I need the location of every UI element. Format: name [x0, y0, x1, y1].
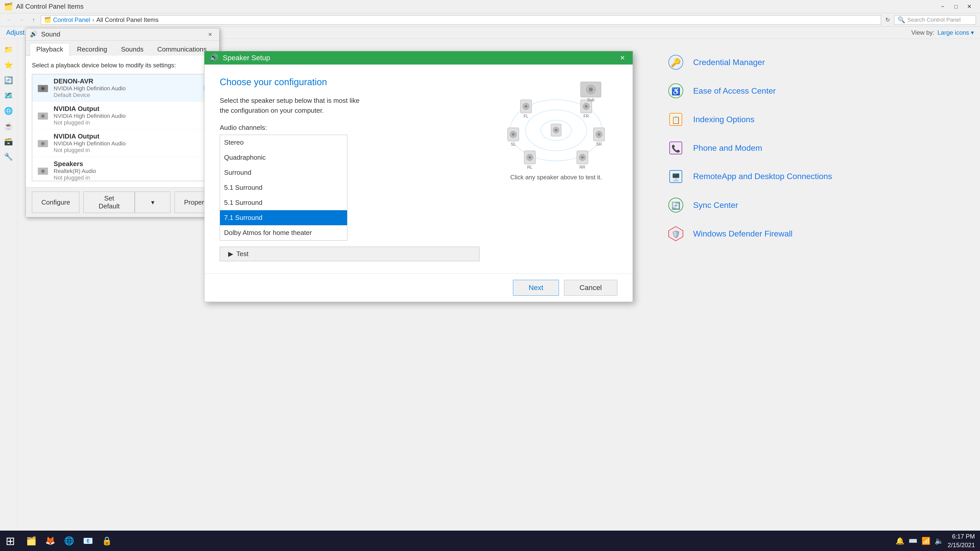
cp-item-indexing[interactable]: 📋 Indexing Options	[663, 106, 965, 133]
svg-text:♿: ♿	[671, 87, 680, 96]
taskbar-network-icon[interactable]: 📶	[921, 537, 931, 545]
svg-point-24	[42, 170, 44, 172]
address-bar[interactable]: 🗂️ Control Panel › All Control Panel Ite…	[41, 15, 881, 24]
tab-sounds[interactable]: Sounds	[115, 43, 150, 56]
cp-item-phone[interactable]: 📞 Phone and Modem	[663, 135, 965, 161]
sound-dialog-footer: Configure Set Default ▾ Properties OK Ca…	[26, 187, 219, 217]
device-status-denon: Default Device	[54, 92, 200, 98]
view-dropdown-icon: ▾	[971, 29, 974, 36]
title-bar: 🗂️ All Control Panel Items − □ ✕	[0, 0, 980, 13]
taskbar-app-browser1[interactable]: 🦊	[41, 532, 59, 550]
taskbar-time-text: 6:17 PM	[948, 532, 975, 541]
firewall-label: Windows Defender Firewall	[693, 229, 792, 238]
speaker-setup-icon: 🔊	[210, 53, 219, 62]
device-info-speakers: Speakers Realtek(R) Audio Not plugged in	[54, 160, 209, 181]
close-button[interactable]: ✕	[963, 2, 976, 11]
speaker-rl[interactable]: RL	[524, 151, 535, 168]
sidebar-item-settings[interactable]: 🔧	[2, 150, 15, 163]
taskbar-right: 🔔 ⌨️ 📶 🔈 6:17 PM 2/15/2021	[896, 530, 980, 551]
svg-point-36	[525, 105, 527, 108]
sidebar-item-folder[interactable]: 📁	[2, 43, 15, 56]
channel-quadraphonic[interactable]: Quadraphonic	[220, 150, 347, 165]
minimize-button[interactable]: −	[936, 2, 950, 11]
channel-71-surround[interactable]: 7.1 Surround	[220, 210, 347, 225]
up-button[interactable]: ↑	[29, 15, 39, 24]
device-item-denon[interactable]: DENON-AVR NVIDIA High Definition Audio D…	[32, 74, 213, 102]
sync-icon: 🔄	[667, 196, 685, 214]
phone-icon: 📞	[667, 139, 685, 157]
sidebar-item-map[interactable]: 🗺️	[2, 89, 15, 102]
sidebar-item-refresh[interactable]: 🔄	[2, 73, 15, 87]
svg-text:Sub: Sub	[587, 98, 595, 102]
sound-dialog-close[interactable]: ✕	[205, 30, 215, 38]
device-list[interactable]: DENON-AVR NVIDIA High Definition Audio D…	[32, 74, 213, 181]
forward-button[interactable]: →	[16, 15, 27, 24]
path-icon: 🗂️	[44, 17, 51, 23]
refresh-button[interactable]: ↻	[883, 15, 892, 24]
speaker-sl[interactable]: SL	[508, 128, 519, 146]
sidebar-item-files[interactable]: 🗃️	[2, 135, 15, 148]
svg-point-15	[42, 87, 44, 89]
speaker-fl[interactable]: FL	[520, 100, 531, 118]
cp-item-firewall[interactable]: 🛡️ Windows Defender Firewall	[663, 221, 965, 247]
path-part-1: Control Panel	[53, 16, 90, 24]
credential-icon: 🔑	[667, 53, 685, 71]
channel-51-surround-2[interactable]: 5.1 Surround	[220, 195, 347, 210]
test-button[interactable]: ▶ Test	[220, 247, 479, 261]
channel-51-surround-1[interactable]: 5.1 Surround	[220, 180, 347, 195]
cp-item-ease[interactable]: ♿ Ease of Access Center	[663, 78, 965, 104]
channel-dolby[interactable]: Dolby Atmos for home theater	[220, 225, 347, 240]
set-default-dropdown[interactable]: ▾	[135, 192, 170, 213]
device-item-nvidia2[interactable]: NVIDIA Output NVIDIA High Definition Aud…	[32, 129, 213, 157]
back-button[interactable]: ←	[4, 15, 14, 24]
cp-item-credential[interactable]: 🔑 Credential Manager	[663, 49, 965, 76]
tab-communications[interactable]: Communications	[151, 43, 213, 56]
path-part-2: All Control Panel Items	[96, 16, 159, 24]
search-box[interactable]: 🔍 Search Control Panel	[894, 15, 976, 24]
taskbar-app-files[interactable]: 🗂️	[22, 532, 40, 550]
speaker-sub[interactable]: Sub	[581, 82, 601, 102]
speaker-sr[interactable]: SR	[593, 128, 605, 146]
device-item-nvidia1[interactable]: NVIDIA Output NVIDIA High Definition Aud…	[32, 102, 213, 129]
device-info-denon: DENON-AVR NVIDIA High Definition Audio D…	[54, 77, 200, 98]
sidebar-item-globe[interactable]: 🌐	[2, 104, 15, 118]
svg-text:RR: RR	[579, 165, 585, 168]
speaker-fr[interactable]: FR	[581, 100, 592, 118]
cp-item-remoteapp[interactable]: 🖥️ RemoteApp and Desktop Connections	[663, 163, 965, 190]
speaker-setup-footer: Next Cancel	[204, 273, 633, 302]
start-button[interactable]: ⊞	[0, 530, 21, 551]
maximize-button[interactable]: □	[950, 2, 963, 11]
svg-text:SL: SL	[511, 142, 516, 146]
window-icon: 🗂️	[4, 2, 13, 11]
taskbar-notification-icon[interactable]: 🔔	[896, 537, 904, 545]
configure-button[interactable]: Configure	[32, 192, 80, 213]
firewall-icon: 🛡️	[667, 224, 685, 243]
device-item-speakers[interactable]: Speakers Realtek(R) Audio Not plugged in	[32, 157, 213, 181]
set-default-button[interactable]: Set Default	[83, 192, 135, 213]
speaker-rr[interactable]: RR	[577, 151, 588, 168]
taskbar-volume-icon[interactable]: 🔈	[935, 537, 943, 545]
taskbar-app-edge[interactable]: 🌐	[60, 532, 78, 550]
view-option[interactable]: Large icons ▾	[937, 29, 974, 36]
sidebar-item-star[interactable]: ⭐	[2, 58, 15, 71]
credential-label: Credential Manager	[693, 58, 765, 67]
taskbar-keyboard-icon[interactable]: ⌨️	[908, 537, 918, 545]
channel-surround[interactable]: Surround	[220, 165, 347, 180]
tab-recording[interactable]: Recording	[71, 43, 114, 56]
taskbar-app-mail[interactable]: 📧	[79, 532, 97, 550]
cp-item-sync[interactable]: 🔄 Sync Center	[663, 192, 965, 218]
tab-playback[interactable]: Playback	[30, 43, 70, 56]
speaker-next-button[interactable]: Next	[513, 280, 559, 295]
sound-dialog: 🔊 Sound ✕ Playback Recording Sounds Comm…	[25, 28, 220, 218]
device-icon-speakers	[36, 164, 49, 177]
taskbar-app-security[interactable]: 🔒	[98, 532, 116, 550]
speaker-setup-close[interactable]: ✕	[617, 53, 628, 62]
channel-stereo[interactable]: Stereo	[220, 135, 347, 150]
speaker-cancel-button[interactable]: Cancel	[564, 280, 617, 295]
speaker-setup-content: Choose your configuration Select the spe…	[204, 65, 633, 273]
taskbar-clock[interactable]: 6:17 PM 2/15/2021	[948, 532, 975, 549]
adjust-label[interactable]: Adjust	[6, 29, 24, 37]
sidebar-item-coffee[interactable]: ☕	[2, 119, 15, 133]
sound-dialog-left-buttons: Configure Set Default ▾ Properties	[32, 192, 224, 213]
svg-text:🖥️: 🖥️	[671, 173, 680, 181]
